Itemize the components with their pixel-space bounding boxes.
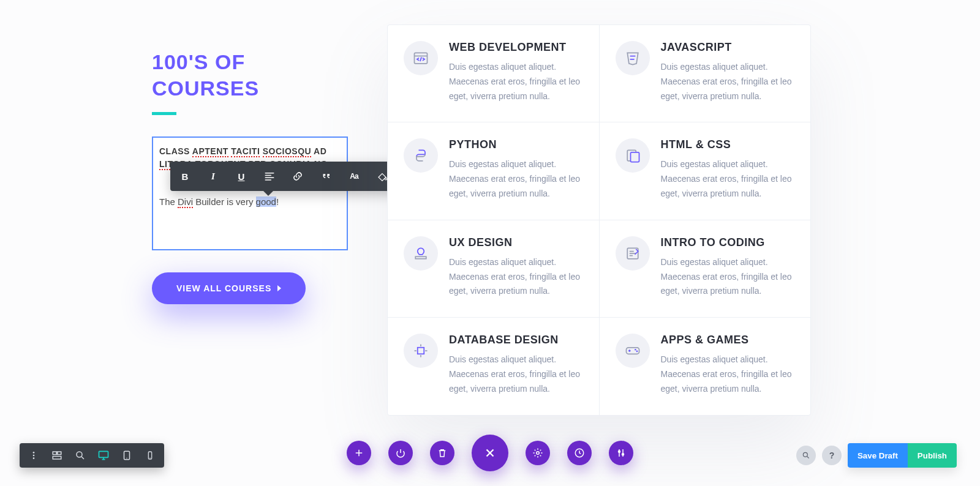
search-page-button[interactable] <box>796 446 816 465</box>
course-card[interactable]: UX DESIGNDuis egestas aliquet aliquet. M… <box>388 220 600 318</box>
heading-underline <box>152 112 176 115</box>
desktop-icon <box>97 449 110 462</box>
publish-button-group: Save Draft Publish <box>848 443 957 468</box>
svg-point-23 <box>149 457 150 458</box>
course-desc: Duis egestas aliquet aliquet. Maecenas e… <box>449 157 583 201</box>
svg-point-28 <box>803 452 807 457</box>
history-button[interactable] <box>567 441 592 465</box>
delete-button[interactable] <box>430 441 454 465</box>
svg-point-12 <box>33 452 35 454</box>
games-icon <box>616 334 650 368</box>
more-options-button[interactable] <box>22 443 45 468</box>
svg-rect-15 <box>53 452 56 455</box>
course-desc: Duis egestas aliquet aliquet. Maecenas e… <box>661 353 795 396</box>
course-desc: Duis egestas aliquet aliquet. Maecenas e… <box>661 157 795 201</box>
dots-vertical-icon <box>29 450 39 460</box>
database-icon <box>404 334 438 368</box>
course-title: UX DESIGN <box>449 236 583 249</box>
svg-rect-16 <box>58 452 61 455</box>
close-builder-button[interactable] <box>472 435 508 471</box>
svg-point-14 <box>33 457 35 459</box>
desktop-view-button[interactable] <box>92 443 115 468</box>
align-button[interactable] <box>262 169 277 184</box>
course-card[interactable]: HTML & CSSDuis egestas aliquet aliquet. … <box>600 122 811 220</box>
bold-button[interactable]: B <box>178 169 192 184</box>
italic-button[interactable]: I <box>206 169 221 184</box>
course-desc: Duis egestas aliquet aliquet. Maecenas e… <box>661 60 795 103</box>
zoom-icon <box>75 450 86 461</box>
power-button[interactable] <box>388 441 413 465</box>
search-icon <box>802 451 810 460</box>
svg-rect-17 <box>53 457 61 460</box>
webdev-icon <box>404 41 438 75</box>
plus-icon <box>353 447 364 458</box>
link-button[interactable] <box>290 169 305 184</box>
svg-point-24 <box>537 452 540 455</box>
tablet-icon <box>121 450 132 461</box>
trash-icon <box>437 447 448 458</box>
ux-icon <box>404 236 438 271</box>
wireframe-icon <box>51 450 62 461</box>
svg-point-27 <box>622 454 624 455</box>
text: AD <box>311 146 326 156</box>
save-draft-button[interactable]: Save Draft <box>848 443 908 468</box>
text: The <box>159 196 178 207</box>
sliders-button[interactable] <box>609 441 633 465</box>
python-icon <box>404 138 438 173</box>
view-toolbar <box>20 443 164 468</box>
publish-button[interactable]: Publish <box>908 443 957 468</box>
text: CLASS <box>159 146 192 156</box>
font-icon: Aa <box>350 172 358 181</box>
course-desc: Duis egestas aliquet aliquet. Maecenas e… <box>449 353 583 396</box>
question-icon: ? <box>829 450 835 460</box>
power-icon <box>395 447 406 458</box>
underline-icon: U <box>238 171 245 182</box>
zoom-button[interactable] <box>69 443 92 468</box>
course-title: JAVASCRIPT <box>661 41 795 54</box>
editor-paragraph[interactable]: The Divi Builder is very good! <box>159 196 339 207</box>
sliders-icon <box>616 447 627 458</box>
html-css-icon <box>616 138 650 173</box>
text: Builder is very <box>193 196 256 207</box>
course-card[interactable]: PYTHONDuis egestas aliquet aliquet. Maec… <box>388 122 600 220</box>
quote-icon <box>320 171 331 182</box>
spellcheck-underline: TACITI <box>231 146 260 157</box>
intro-coding-icon <box>616 236 650 271</box>
course-card[interactable]: DATABASE DESIGNDuis egestas aliquet aliq… <box>388 318 600 414</box>
course-desc: Duis egestas aliquet aliquet. Maecenas e… <box>449 60 583 103</box>
svg-point-13 <box>33 455 35 457</box>
course-desc: Duis egestas aliquet aliquet. Maecenas e… <box>449 255 583 299</box>
help-button[interactable]: ? <box>822 446 842 465</box>
course-card[interactable]: INTRO TO CODINGDuis egestas aliquet aliq… <box>600 220 811 318</box>
add-button[interactable] <box>347 441 371 465</box>
caret-right-icon <box>277 285 281 291</box>
course-title: DATABASE DESIGN <box>449 334 583 346</box>
svg-point-10 <box>635 349 636 351</box>
course-title: WEB DEVELOPMENT <box>449 41 583 54</box>
quote-button[interactable] <box>318 169 333 184</box>
spellcheck-underline: APTENT <box>192 146 228 157</box>
mobile-view-button[interactable] <box>138 443 162 468</box>
tablet-view-button[interactable] <box>115 443 138 468</box>
text-editor-module[interactable]: CLASS APTENT TACITI SOCIOSQU AD LITORA T… <box>152 136 348 250</box>
underline-button[interactable]: U <box>234 169 249 184</box>
paint-bucket-icon <box>377 171 388 182</box>
svg-point-11 <box>636 351 638 353</box>
svg-rect-19 <box>99 451 108 457</box>
course-title: PYTHON <box>449 138 583 151</box>
svg-point-26 <box>619 450 620 452</box>
font-button[interactable]: Aa <box>347 169 361 184</box>
italic-icon: I <box>211 171 215 182</box>
spellcheck-underline: Divi <box>178 196 193 208</box>
course-card[interactable]: APPS & GAMESDuis egestas aliquet aliquet… <box>600 318 811 414</box>
wireframe-view-button[interactable] <box>45 443 69 468</box>
settings-button[interactable] <box>526 441 550 465</box>
course-grid: WEB DEVELOPMENTDuis egestas aliquet aliq… <box>387 24 811 416</box>
course-title: INTRO TO CODING <box>661 236 795 249</box>
builder-action-bar <box>347 435 633 471</box>
course-card[interactable]: WEB DEVELOPMENTDuis egestas aliquet aliq… <box>388 25 600 122</box>
bottom-right-controls: ? Save Draft Publish <box>796 443 957 468</box>
course-card[interactable]: JAVASCRIPTDuis egestas aliquet aliquet. … <box>600 25 811 122</box>
view-all-courses-button[interactable]: VIEW ALL COURSES <box>152 272 306 304</box>
mobile-icon <box>145 450 155 461</box>
